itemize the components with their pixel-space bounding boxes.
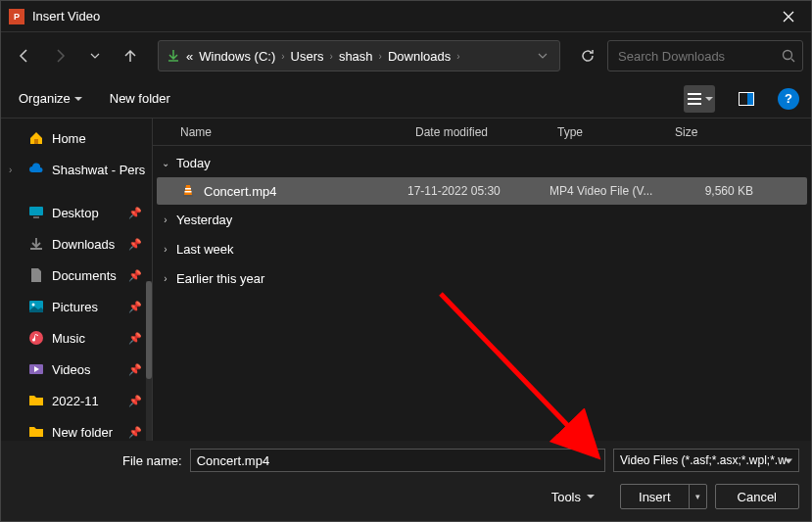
- sidebar-item-label: Music: [52, 331, 120, 346]
- home-icon: [28, 130, 44, 146]
- column-type[interactable]: Type: [549, 125, 667, 139]
- organize-button[interactable]: Organize: [13, 87, 88, 110]
- insert-button[interactable]: Insert: [621, 485, 689, 508]
- cloud-icon: [28, 162, 44, 177]
- filename-input[interactable]: [190, 449, 605, 472]
- sidebar-item-pictures[interactable]: Pictures 📌: [1, 291, 152, 322]
- file-row[interactable]: Concert.mp4 17-11-2022 05:30 MP4 Video F…: [157, 177, 807, 205]
- new-folder-button[interactable]: New folder: [104, 87, 176, 110]
- breadcrumb-downloads[interactable]: Downloads: [388, 49, 451, 64]
- titlebar: P Insert Video: [1, 1, 811, 32]
- sidebar-item-label: Documents: [52, 268, 120, 283]
- powerpoint-icon: P: [9, 9, 24, 24]
- breadcrumb-user[interactable]: shash: [339, 49, 373, 64]
- video-icon: [28, 361, 44, 377]
- chevron-right-icon: ›: [281, 51, 284, 62]
- svg-rect-2: [688, 98, 701, 100]
- column-size[interactable]: Size: [667, 125, 775, 139]
- pin-icon: 📌: [128, 395, 142, 407]
- vlc-icon: [180, 183, 196, 199]
- search-input[interactable]: [607, 40, 803, 71]
- pin-icon: 📌: [128, 238, 142, 251]
- svg-rect-6: [34, 139, 38, 144]
- column-name[interactable]: Name: [153, 125, 407, 139]
- music-icon: [28, 330, 44, 346]
- body: Home › Shashwat - Pers Desktop 📌: [1, 119, 811, 441]
- help-button[interactable]: ?: [778, 88, 799, 110]
- svg-rect-7: [29, 207, 43, 215]
- sidebar-item-downloads[interactable]: Downloads 📌: [1, 228, 152, 260]
- sidebar-item-label: Videos: [52, 362, 120, 377]
- refresh-button[interactable]: [572, 40, 603, 71]
- nav-bar: « Windows (C:) › Users › shash › Downloa…: [1, 32, 811, 79]
- chevron-down-icon: ⌄: [159, 158, 172, 168]
- insert-dropdown[interactable]: ▾: [689, 485, 706, 508]
- insert-split-button: Insert ▾: [620, 484, 707, 509]
- sidebar-item-music[interactable]: Music 📌: [1, 322, 152, 354]
- sidebar-item-documents[interactable]: Documents 📌: [1, 260, 152, 291]
- insert-video-dialog: P Insert Video « Windows (C:) › Users ›: [0, 0, 812, 522]
- address-bar[interactable]: « Windows (C:) › Users › shash › Downloa…: [158, 40, 560, 71]
- forward-button[interactable]: [44, 40, 75, 71]
- sidebar-item-folder[interactable]: New folder 📌: [1, 416, 152, 441]
- document-icon: [28, 267, 44, 283]
- sidebar-item-desktop[interactable]: Desktop 📌: [1, 197, 152, 228]
- svg-rect-8: [33, 216, 39, 218]
- download-icon: [28, 236, 44, 252]
- view-list-button[interactable]: [684, 85, 715, 113]
- file-type: MP4 Video File (V...: [549, 184, 667, 198]
- desktop-icon: [28, 205, 44, 220]
- cancel-button[interactable]: Cancel: [715, 484, 799, 509]
- address-dropdown[interactable]: [534, 51, 551, 61]
- recent-dropdown[interactable]: [79, 40, 111, 71]
- breadcrumb-drive[interactable]: Windows (C:): [199, 49, 275, 64]
- breadcrumb-overflow[interactable]: «: [186, 49, 193, 64]
- group-earlier[interactable]: › Earlier this year: [153, 263, 811, 293]
- close-button[interactable]: [766, 1, 811, 32]
- pin-icon: 📌: [128, 207, 142, 219]
- filename-label: File name:: [13, 453, 182, 468]
- pin-icon: 📌: [128, 301, 142, 313]
- svg-rect-13: [185, 188, 191, 190]
- file-name: Concert.mp4: [204, 184, 276, 199]
- pin-icon: 📌: [128, 363, 142, 376]
- svg-point-11: [29, 331, 43, 345]
- sidebar-item-label: Pictures: [52, 300, 120, 314]
- up-button[interactable]: [115, 40, 146, 71]
- chevron-right-icon: ›: [330, 51, 333, 62]
- sidebar-item-onedrive[interactable]: › Shashwat - Pers: [1, 154, 152, 185]
- sidebar-item-label: Shashwat - Pers: [52, 163, 148, 177]
- filetype-select[interactable]: Video Files (*.asf;*.asx;*.wpl;*.w: [613, 449, 799, 472]
- chevron-right-icon: ›: [159, 214, 172, 225]
- column-headers: Name Date modified Type Size: [153, 119, 811, 146]
- download-folder-icon: [167, 49, 180, 63]
- chevron-right-icon: ›: [9, 165, 12, 175]
- column-date[interactable]: Date modified: [407, 125, 549, 139]
- group-lastweek[interactable]: › Last week: [153, 234, 811, 263]
- sidebar-item-videos[interactable]: Videos 📌: [1, 354, 152, 385]
- scrollbar[interactable]: [146, 281, 152, 441]
- sidebar-item-label: 2022-11: [52, 394, 120, 408]
- group-yesterday[interactable]: › Yesterday: [153, 205, 811, 234]
- dialog-title: Insert Video: [32, 9, 766, 24]
- pin-icon: 📌: [128, 332, 142, 345]
- svg-rect-5: [747, 93, 753, 105]
- pin-icon: 📌: [128, 269, 142, 282]
- file-list[interactable]: ⌄ Today Concert.mp4 17-11-2022 05:30 MP4…: [153, 146, 811, 441]
- sidebar: Home › Shashwat - Pers Desktop 📌: [1, 119, 153, 441]
- tools-button[interactable]: Tools: [546, 486, 600, 508]
- group-today[interactable]: ⌄ Today: [153, 148, 811, 177]
- file-size: 9,560 KB: [667, 184, 765, 198]
- pictures-icon: [28, 299, 44, 314]
- sidebar-item-home[interactable]: Home: [1, 122, 152, 154]
- scrollbar-thumb[interactable]: [146, 281, 152, 379]
- svg-rect-3: [688, 103, 701, 105]
- breadcrumb-users[interactable]: Users: [291, 49, 324, 64]
- svg-rect-1: [688, 93, 701, 95]
- preview-pane-button[interactable]: [731, 85, 762, 113]
- sidebar-item-label: Desktop: [52, 206, 120, 220]
- back-button[interactable]: [9, 40, 40, 71]
- sidebar-item-label: New folder: [52, 425, 120, 440]
- sidebar-item-label: Home: [52, 131, 148, 146]
- sidebar-item-folder[interactable]: 2022-11 📌: [1, 385, 152, 416]
